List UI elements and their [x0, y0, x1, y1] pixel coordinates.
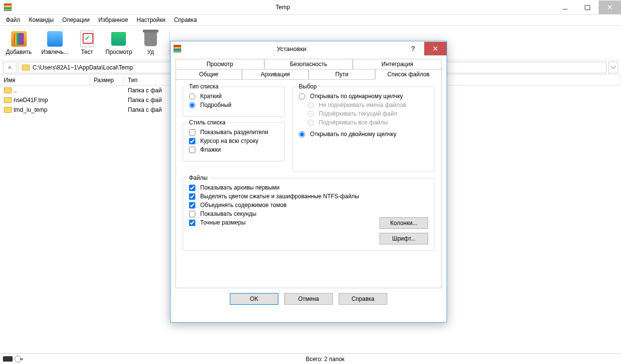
legend-files: Файлы	[187, 174, 209, 181]
fieldset-liststyle: Стиль списка Показывать разделители Курс…	[183, 122, 285, 161]
tabstrip: Просмотр Безопасность Интеграция Общие А…	[175, 59, 442, 79]
radio-doubleclick-label: Открывать по двойному щелчку	[310, 131, 397, 138]
radio-nounderline: Не подчёркивать имена файлов	[299, 102, 428, 108]
checkbox-fullrow[interactable]: Курсор на всю строку	[189, 138, 278, 144]
status-text: Всего: 2 папок	[29, 356, 621, 363]
dialog-title: Установки	[181, 45, 402, 52]
tab-archiving[interactable]: Архивация	[242, 69, 309, 80]
checkbox-mergevolumes-input[interactable]	[189, 202, 195, 208]
radio-brief[interactable]: Краткий	[189, 93, 278, 100]
toolbar-delete[interactable]: Уд	[140, 28, 161, 57]
dialog-icon	[173, 45, 181, 52]
radio-doubleclick-input[interactable]	[299, 131, 305, 138]
menu-settings[interactable]: Настройки	[133, 16, 169, 24]
app-icon	[4, 3, 12, 11]
close-button[interactable]	[599, 0, 621, 14]
delete-icon	[144, 32, 157, 46]
dialog-close-button[interactable]	[424, 42, 447, 55]
checkbox-fullrow-label: Курсор на всю строку	[200, 138, 259, 144]
checkbox-checkboxes-input[interactable]	[189, 147, 195, 153]
column-name[interactable]: Имя	[0, 75, 90, 85]
checkbox-showseconds-label: Показывать секунды	[200, 210, 257, 217]
folder-icon	[4, 97, 12, 103]
add-archive-icon	[11, 31, 27, 47]
menu-favorites[interactable]: Избранное	[95, 16, 132, 24]
tab-filelist[interactable]: Список файлов	[375, 69, 442, 80]
radio-detailed-label: Подробный	[200, 102, 231, 108]
checkbox-archivesfirst[interactable]: Показывать архивы первыми	[189, 184, 428, 191]
tab-general[interactable]: Общие	[175, 69, 242, 80]
menubar: Файл Команды Операции Избранное Настройк…	[0, 15, 621, 25]
checkbox-showseconds[interactable]: Показывать секунды	[189, 210, 428, 217]
ok-button[interactable]: OK	[230, 293, 278, 305]
columns-button[interactable]: Колонки...	[380, 217, 428, 229]
chevron-down-icon	[611, 66, 616, 69]
radio-brief-label: Краткий	[200, 93, 222, 100]
toolbar-view[interactable]: Просмотр	[104, 28, 134, 57]
tab-security[interactable]: Безопасность	[264, 59, 353, 69]
checkbox-highlightntfs[interactable]: Выделять цветом сжатые и зашифрованные N…	[189, 193, 428, 200]
legend-liststyle: Стиль списка	[187, 119, 227, 126]
radio-singleclick-input[interactable]	[299, 93, 305, 100]
radio-nounderline-label: Не подчёркивать имена файлов	[319, 102, 406, 108]
dialog-help-button[interactable]: ?	[402, 42, 424, 55]
menu-operations[interactable]: Операции	[58, 16, 93, 24]
status-key-icon	[15, 356, 21, 363]
help-button[interactable]: Справка	[339, 293, 387, 305]
file-name: tmd_iu_temp	[14, 106, 47, 113]
radio-underlineall-label: Подчёркивать все файлы	[319, 119, 388, 126]
checkbox-archivesfirst-label: Показывать архивы первыми	[200, 184, 279, 191]
radio-detailed-input[interactable]	[189, 102, 195, 108]
toolbar-extract[interactable]: Извлечь...	[39, 28, 70, 57]
toolbar-add[interactable]: Добавить	[4, 28, 34, 57]
checkbox-mergevolumes[interactable]: Объединять содержимое томов	[189, 202, 428, 208]
radio-nounderline-input	[308, 102, 314, 108]
font-button[interactable]: Шрифт...	[380, 233, 428, 244]
toolbar-extract-label: Извлечь...	[41, 49, 69, 55]
dialog-buttons: OK Отмена Справка	[175, 288, 442, 312]
file-name: nseD41F.tmp	[14, 97, 48, 104]
tab-integration[interactable]: Интеграция	[353, 59, 442, 69]
maximize-button[interactable]	[576, 0, 599, 14]
tab-view[interactable]: Просмотр	[175, 59, 264, 69]
view-icon	[111, 32, 126, 46]
checkbox-archivesfirst-input[interactable]	[189, 185, 195, 191]
checkbox-separators-label: Показывать разделители	[200, 129, 268, 136]
toolbar-test-label: Тест	[81, 49, 93, 55]
toolbar-delete-label: Уд	[147, 49, 154, 55]
cancel-button[interactable]: Отмена	[284, 293, 333, 305]
radio-doubleclick[interactable]: Открывать по двойному щелчку	[299, 131, 428, 138]
menu-file[interactable]: Файл	[2, 16, 24, 24]
menu-commands[interactable]: Команды	[25, 16, 58, 24]
checkbox-checkboxes[interactable]: Флажки	[189, 146, 278, 153]
radio-detailed[interactable]: Подробный	[189, 102, 278, 108]
checkbox-showseconds-input[interactable]	[189, 211, 195, 217]
close-icon	[432, 46, 438, 52]
checkbox-separators[interactable]: Показывать разделители	[189, 129, 278, 136]
radio-singleclick[interactable]: Открывать по одинарному щелчку	[299, 93, 428, 100]
radio-underlinecurrent: Подчёркивать текущий файл	[299, 110, 428, 117]
folder-icon	[22, 65, 30, 70]
path-dropdown-button[interactable]	[608, 62, 618, 73]
checkbox-separators-input[interactable]	[189, 129, 195, 136]
checkbox-exactsizes-input[interactable]	[189, 220, 195, 226]
tab-paths[interactable]: Пути	[309, 69, 375, 80]
column-size[interactable]: Размер	[90, 75, 124, 85]
checkbox-fullrow-input[interactable]	[189, 138, 195, 144]
toolbar-add-label: Добавить	[6, 49, 32, 55]
checkbox-highlightntfs-input[interactable]	[189, 193, 195, 200]
titlebar: Temp	[0, 0, 621, 15]
radio-underlinecurrent-label: Подчёркивать текущий файл	[319, 110, 397, 117]
up-arrow-icon	[7, 65, 13, 70]
fieldset-files: Файлы Показывать архивы первыми Выделять…	[183, 178, 434, 251]
folder-icon	[4, 107, 12, 113]
radio-brief-input[interactable]	[189, 93, 195, 100]
dialog-titlebar: Установки ?	[171, 41, 447, 56]
minimize-button[interactable]	[554, 0, 576, 14]
test-icon	[80, 31, 94, 47]
settings-dialog: Установки ? Просмотр Безопасность Интегр…	[170, 41, 447, 323]
toolbar-test[interactable]: Тест	[76, 28, 98, 57]
up-button[interactable]	[3, 62, 17, 73]
toolbar-view-label: Просмотр	[105, 49, 132, 55]
menu-help[interactable]: Справка	[170, 16, 201, 24]
